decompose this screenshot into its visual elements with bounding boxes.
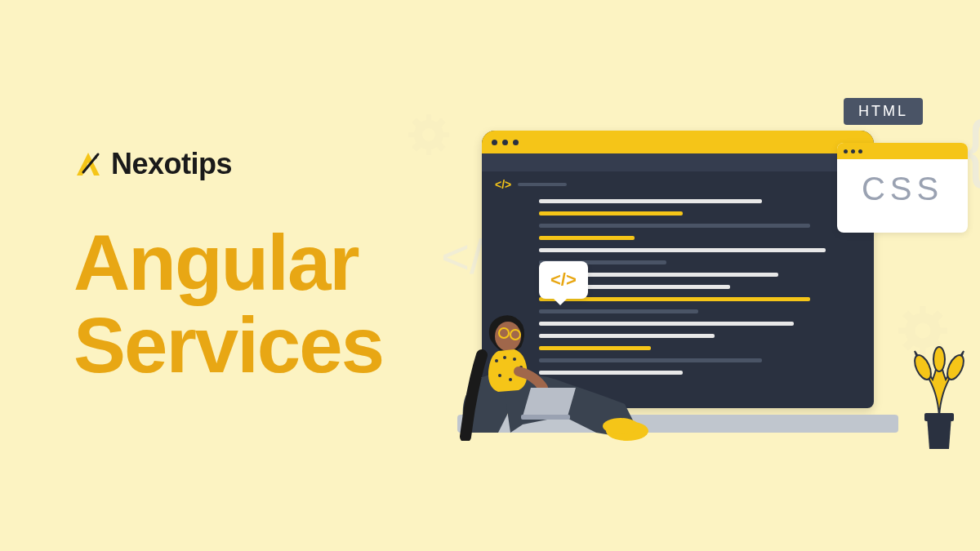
window-dot	[502, 140, 508, 145]
svg-point-28	[495, 359, 498, 362]
brand-name: Nexotips	[111, 147, 232, 181]
code-tag-icon: </>	[495, 178, 511, 191]
editor-header: </>	[482, 171, 874, 194]
code-line	[539, 248, 826, 252]
speech-bubble: </>	[539, 261, 588, 299]
illustration: {} </ </>	[433, 82, 956, 473]
svg-rect-7	[408, 132, 416, 137]
svg-point-32	[498, 374, 501, 377]
svg-point-37	[933, 347, 945, 371]
title-line-2: Services	[74, 301, 383, 389]
svg-rect-38	[924, 413, 954, 421]
window-dot	[851, 149, 855, 153]
svg-point-33	[509, 378, 512, 381]
gear-icon	[408, 114, 449, 155]
code-tag-icon: </>	[550, 269, 577, 290]
window-titlebar	[482, 131, 874, 153]
svg-point-35	[911, 353, 934, 382]
code-line	[539, 199, 762, 203]
svg-point-24	[603, 418, 639, 434]
css-label: CSS	[837, 159, 968, 207]
person-illustration	[441, 294, 653, 444]
brand-logo: Nexotips	[74, 147, 383, 181]
svg-point-4	[422, 128, 435, 141]
svg-point-29	[503, 356, 506, 359]
window-dot	[513, 140, 519, 145]
svg-rect-34	[521, 415, 570, 420]
code-line	[539, 236, 635, 240]
plant-illustration	[898, 335, 980, 460]
code-line	[539, 211, 683, 216]
css-titlebar	[837, 143, 968, 159]
window-dot	[858, 149, 862, 153]
code-line	[539, 224, 810, 228]
svg-rect-6	[426, 147, 431, 155]
angle-bracket-icon: </	[441, 229, 483, 285]
window-dot	[492, 140, 497, 145]
page-title: Angular Services	[74, 222, 383, 387]
left-content: Nexotips Angular Services	[74, 147, 383, 387]
title-line-1: Angular	[74, 219, 359, 306]
svg-rect-17	[898, 327, 908, 333]
svg-point-30	[513, 358, 516, 361]
html-badge: HTML	[844, 98, 923, 125]
svg-rect-15	[920, 306, 925, 316]
header-line	[518, 183, 567, 186]
svg-rect-18	[938, 327, 947, 333]
svg-rect-5	[426, 114, 431, 122]
svg-point-36	[944, 353, 967, 382]
css-window: CSS	[837, 143, 968, 233]
svg-rect-8	[441, 132, 449, 137]
address-bar	[482, 153, 874, 171]
window-dot	[844, 149, 848, 153]
logo-icon	[74, 149, 103, 179]
